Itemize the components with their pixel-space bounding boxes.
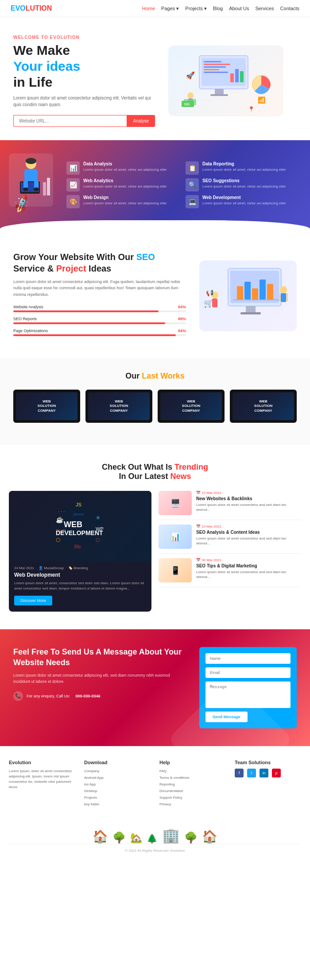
svg-text:📶: 📶 — [258, 96, 266, 104]
service-desc: Lorem ipsum dolor sit amet, cletur axi a… — [202, 201, 286, 206]
svg-point-28 — [23, 188, 28, 191]
footer-link[interactable]: Projects — [84, 795, 151, 800]
svg-point-12 — [187, 92, 194, 99]
news-item-date: 📅 19 Mar 2021 — [196, 524, 301, 528]
service-title: SEO Suggestions — [202, 178, 286, 183]
svg-rect-34 — [246, 306, 256, 312]
nav-pages[interactable]: Pages ▾ — [161, 6, 179, 11]
svg-text:WEB: WEB — [64, 520, 82, 529]
footer-link[interactable]: ios App — [84, 782, 151, 787]
work-card[interactable]: WEBSOLUTIONCOMPANY — [85, 390, 152, 423]
service-item: 🔍 SEO Suggestions Lorem ipsum dolor sit … — [186, 178, 301, 191]
svg-text:Rb: Rb — [74, 544, 81, 549]
social-t-icon[interactable]: t — [247, 769, 256, 777]
work-card-title: WEBSOLUTIONCOMPANY — [182, 399, 200, 413]
nav-about[interactable]: About Us — [229, 6, 249, 11]
nav-home[interactable]: Home — [142, 6, 155, 11]
news-thumb: 🖥️ — [159, 491, 192, 515]
footer-link[interactable]: Terms & conditions — [159, 775, 226, 781]
social-in-icon[interactable]: in — [260, 769, 268, 777]
svg-rect-37 — [244, 282, 251, 299]
footer-link[interactable]: Documentation — [159, 789, 226, 794]
news-list: 🖥️ 📅 15 Mar 2021 New Websites & Backlink… — [159, 491, 301, 612]
house2-icon: 🏡 — [130, 832, 142, 844]
footer-link[interactable]: Reporting — [159, 782, 226, 787]
send-message-button[interactable]: Send Message — [205, 712, 248, 722]
footer-link[interactable]: Android App — [84, 775, 151, 781]
service-icon: 📈 — [66, 178, 80, 191]
phone-label: For any enquiry, Call Us: — [27, 694, 70, 698]
svg-rect-38 — [252, 288, 258, 299]
footer-link[interactable]: Support Policy — [159, 795, 226, 800]
svg-text:⬡: ⬡ — [56, 537, 60, 543]
work-card[interactable]: WEBSOLUTIONCOMPANY — [230, 390, 297, 423]
svg-text:⬡: ⬡ — [96, 537, 100, 543]
service-text: Data Reporting Lorem ipsum dolor sit ame… — [202, 161, 286, 172]
work-card[interactable]: WEBSOLUTIONCOMPANY — [158, 390, 225, 423]
footer-link[interactable]: key folder — [84, 802, 151, 807]
contact-phone-row: 📞 For any enquiry, Call Us: 000-030-0346 — [13, 691, 186, 701]
footer-link[interactable]: FAQ — [159, 769, 226, 774]
footer-bottom: © 2021 All Rights Reserved. Evolution — [9, 844, 301, 857]
featured-author: 👤 MuradGroup — [39, 566, 64, 570]
nav-blog[interactable]: Blog — [213, 6, 223, 11]
footer-col-title: Download — [84, 760, 151, 765]
service-icon: 🔍 — [186, 178, 199, 191]
news-item-title: SEO Tips & Digital Marketing — [196, 563, 301, 568]
svg-text:🛒: 🛒 — [204, 299, 214, 308]
footer-scene: 🏠 🌳 🏡 🌲 🏢 🌳 🏠 — [9, 817, 301, 844]
analyse-button[interactable]: Analyse — [127, 115, 155, 127]
footer-link[interactable]: Company — [84, 769, 151, 774]
footer-link[interactable]: Desktop — [84, 789, 151, 794]
svg-rect-46 — [281, 293, 286, 302]
seo-left: Grow Your Website With Our SEOService & … — [13, 251, 186, 341]
contact-name-input[interactable] — [205, 653, 291, 664]
social-p-icon[interactable]: p — [272, 769, 281, 777]
seo-illustration: 📢 🛒 — [199, 260, 297, 331]
hero-right: $$$ 📶 📍 🚀 — [155, 46, 297, 116]
contact-left: Feel Free To Send Us A Message About You… — [13, 647, 186, 701]
work-card[interactable]: WEBSOLUTIONCOMPANY — [13, 390, 80, 423]
nav-services[interactable]: Services — [255, 6, 274, 11]
service-title: Web Design — [83, 195, 167, 200]
service-item: 📈 Web Analytics Lorem ipsum dolor sit am… — [66, 178, 182, 191]
band-services: 📊 Data Analysis Lorem ipsum dolor sit am… — [66, 161, 301, 208]
news-item-desc: Lorem ipsum dolor sit amet consectetur a… — [196, 536, 301, 546]
contact-email-input[interactable] — [205, 667, 291, 678]
svg-text:🚀: 🚀 — [186, 71, 195, 80]
service-icon: 💻 — [186, 195, 199, 208]
service-desc: Lorem ipsum dolor sit amet, cletur axi a… — [83, 167, 167, 172]
nav-projects[interactable]: Projects ▾ — [185, 6, 207, 11]
svg-text:JS: JS — [76, 502, 81, 507]
hero-title: We Make Your ideas in Life — [13, 42, 155, 90]
svg-rect-41 — [233, 299, 280, 300]
news-list-item: 📱 📅 30 Mar 2021 SEO Tips & Digital Marke… — [159, 558, 301, 587]
contact-right: Send Message — [199, 647, 297, 728]
svg-rect-3 — [210, 94, 228, 96]
svg-rect-7 — [204, 69, 219, 70]
service-title: Web Development — [202, 195, 286, 200]
logo-evo: EVO — [11, 4, 26, 12]
service-item: 💻 Web Development Lorem ipsum dolor sit … — [186, 195, 301, 208]
footer-grid: EvolutionLorem ipsum, dolor sit amet con… — [9, 760, 301, 808]
social-f-icon[interactable]: f — [235, 769, 244, 777]
progress-seo-reports: SEO Reports 88% — [13, 317, 186, 324]
seo-right: 📢 🛒 — [199, 260, 297, 331]
service-icon: 📊 — [66, 161, 80, 175]
svg-rect-6 — [204, 66, 226, 68]
news-list-item: 📊 📅 19 Mar 2021 SEO Analysis & Content I… — [159, 524, 301, 554]
contact-section: Feel Free To Send Us A Message About You… — [0, 629, 310, 746]
svg-rect-35 — [240, 312, 261, 314]
website-url-input[interactable] — [13, 115, 127, 127]
svg-rect-5 — [204, 64, 230, 65]
news-item-date: 📅 15 Mar 2021 — [196, 491, 301, 495]
discover-more-button[interactable]: Discover More — [14, 596, 52, 605]
nav-contacts[interactable]: Contacts — [280, 6, 299, 11]
svg-rect-8 — [204, 72, 228, 73]
works-section: Our Last Works WEBSOLUTIONCOMPANY WEBSOL… — [0, 358, 310, 436]
svg-rect-9 — [230, 73, 234, 82]
work-card-title: WEBSOLUTIONCOMPANY — [254, 399, 272, 413]
footer-link[interactable]: Privacy — [159, 802, 226, 807]
seo-section: Grow Your Website With Our SEOService & … — [0, 229, 310, 358]
contact-message-input[interactable] — [205, 681, 291, 708]
